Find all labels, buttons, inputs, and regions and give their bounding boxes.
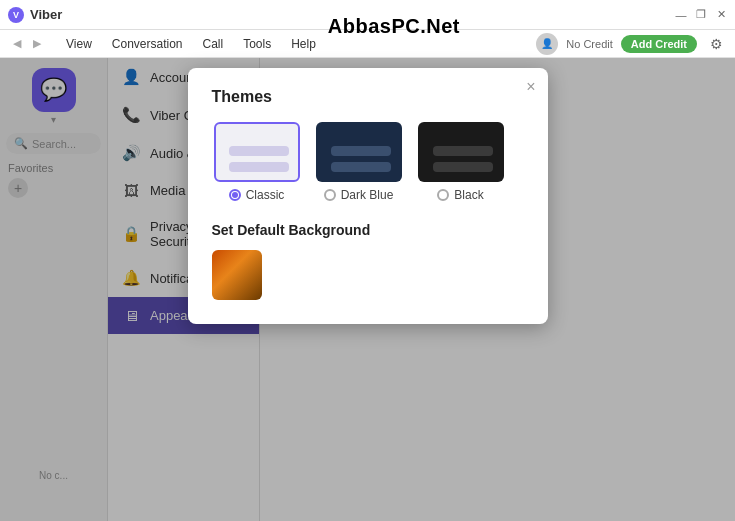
restore-button[interactable]: ❐: [695, 9, 707, 21]
dark-blue-bar-1: [331, 146, 391, 156]
classic-radio-row: Classic: [229, 188, 285, 202]
dark-blue-theme-preview: [316, 122, 402, 182]
no-credit-label: No Credit: [566, 38, 612, 50]
dark-blue-radio-row: Dark Blue: [324, 188, 394, 202]
default-background-preview[interactable]: [212, 250, 262, 300]
black-theme-preview: [418, 122, 504, 182]
forward-arrow[interactable]: ▶: [28, 35, 46, 53]
black-radio[interactable]: [437, 189, 449, 201]
settings-gear-icon[interactable]: ⚙: [705, 33, 727, 55]
classic-theme-preview: [214, 122, 300, 182]
back-arrow[interactable]: ◀: [8, 35, 26, 53]
black-bar-1: [433, 146, 493, 156]
menu-view[interactable]: View: [58, 35, 100, 53]
menu-call[interactable]: Call: [195, 35, 232, 53]
nav-arrows: ◀ ▶: [8, 35, 46, 53]
dark-blue-bar-2: [331, 162, 391, 172]
classic-label: Classic: [246, 188, 285, 202]
close-button[interactable]: ✕: [715, 9, 727, 21]
themes-modal: × Themes Classic: [188, 68, 548, 324]
menu-help[interactable]: Help: [283, 35, 324, 53]
app-title: Viber: [30, 7, 62, 22]
title-bar: V Viber — ❐ ✕: [0, 0, 735, 30]
black-radio-row: Black: [437, 188, 483, 202]
theme-card-classic[interactable]: Classic: [212, 122, 302, 202]
theme-card-black[interactable]: Black: [416, 122, 506, 202]
modal-overlay: × Themes Classic: [0, 58, 735, 521]
modal-close-button[interactable]: ×: [526, 78, 535, 96]
menu-tools[interactable]: Tools: [235, 35, 279, 53]
classic-bar-1: [229, 146, 289, 156]
classic-radio[interactable]: [229, 189, 241, 201]
bg-section-title: Set Default Background: [212, 222, 524, 238]
black-bar-2: [433, 162, 493, 172]
dark-blue-radio[interactable]: [324, 189, 336, 201]
menu-bar: ◀ ▶ View Conversation Call Tools Help 👤 …: [0, 30, 735, 58]
app-logo: V Viber: [8, 7, 62, 23]
theme-card-dark-blue[interactable]: Dark Blue: [314, 122, 404, 202]
user-avatar: 👤: [536, 33, 558, 55]
themes-row: Classic Dark Blue: [212, 122, 524, 202]
black-label: Black: [454, 188, 483, 202]
window-controls: — ❐ ✕: [675, 9, 727, 21]
menu-conversation[interactable]: Conversation: [104, 35, 191, 53]
viber-logo-icon: V: [8, 7, 24, 23]
minimize-button[interactable]: —: [675, 9, 687, 21]
modal-title: Themes: [212, 88, 524, 106]
menu-bar-right: 👤 No Credit Add Credit ⚙: [536, 33, 727, 55]
add-credit-button[interactable]: Add Credit: [621, 35, 697, 53]
classic-bar-2: [229, 162, 289, 172]
dark-blue-label: Dark Blue: [341, 188, 394, 202]
